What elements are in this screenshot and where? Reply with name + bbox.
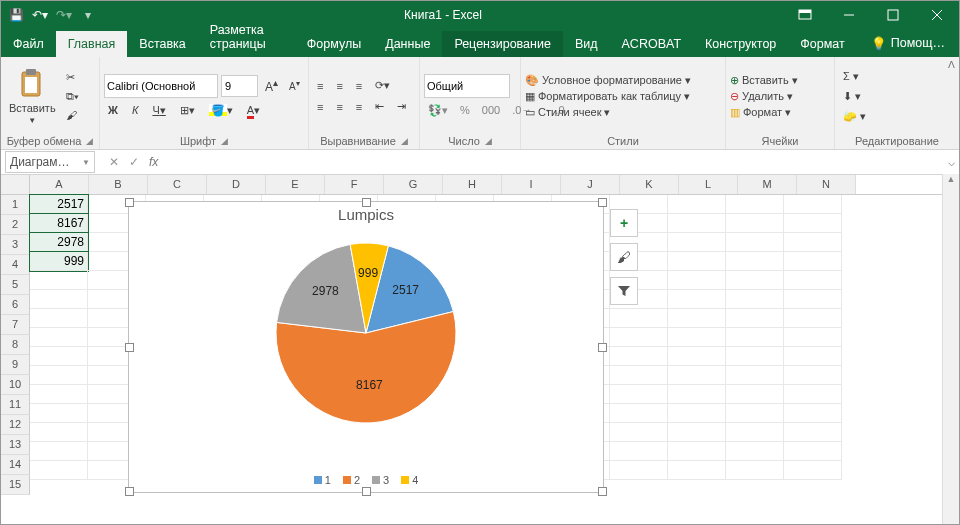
cell[interactable] bbox=[726, 271, 784, 290]
fill-color-icon[interactable]: 🪣▾ bbox=[205, 102, 237, 119]
cell[interactable] bbox=[726, 461, 784, 480]
cell[interactable] bbox=[668, 461, 726, 480]
cell[interactable] bbox=[610, 328, 668, 347]
row-header[interactable]: 10 bbox=[1, 375, 30, 395]
cell[interactable] bbox=[668, 214, 726, 233]
cell[interactable] bbox=[610, 366, 668, 385]
cut-icon[interactable]: ✂ bbox=[62, 69, 83, 86]
minimize-icon[interactable] bbox=[827, 1, 871, 29]
cell[interactable] bbox=[30, 347, 88, 366]
row-header[interactable]: 8 bbox=[1, 335, 30, 355]
name-box[interactable]: Диаграм…▼ bbox=[5, 151, 95, 173]
ribbon-options-icon[interactable] bbox=[783, 1, 827, 29]
underline-button[interactable]: Ч▾ bbox=[148, 102, 169, 119]
cell[interactable] bbox=[784, 347, 842, 366]
col-header[interactable]: K bbox=[620, 175, 679, 194]
cancel-icon[interactable]: ✕ bbox=[109, 155, 119, 169]
undo-icon[interactable]: ↶▾ bbox=[31, 8, 49, 22]
cell[interactable] bbox=[726, 214, 784, 233]
cell[interactable] bbox=[726, 328, 784, 347]
cell[interactable] bbox=[30, 404, 88, 423]
align-right-icon[interactable]: ≡ bbox=[352, 99, 366, 115]
format-as-table-button[interactable]: ▦ Форматировать как таблицу▾ bbox=[525, 90, 691, 103]
borders-icon[interactable]: ⊞▾ bbox=[176, 102, 199, 119]
cell[interactable] bbox=[668, 290, 726, 309]
tab-home[interactable]: Главная bbox=[56, 31, 128, 57]
cell[interactable] bbox=[726, 366, 784, 385]
cell[interactable] bbox=[726, 423, 784, 442]
clear-icon[interactable]: 🧽 ▾ bbox=[839, 108, 870, 125]
cell[interactable] bbox=[610, 404, 668, 423]
cell[interactable] bbox=[30, 442, 88, 461]
delete-cells-button[interactable]: ⊖ Удалить ▾ bbox=[730, 90, 798, 103]
fill-icon[interactable]: ⬇ ▾ bbox=[839, 88, 865, 105]
chart-filters-button[interactable] bbox=[610, 277, 638, 305]
row-header[interactable]: 1 bbox=[1, 195, 30, 215]
row-header[interactable]: 2 bbox=[1, 215, 30, 235]
cell[interactable] bbox=[668, 328, 726, 347]
align-center-icon[interactable]: ≡ bbox=[332, 99, 346, 115]
cell[interactable] bbox=[668, 195, 726, 214]
row-header[interactable]: 4 bbox=[1, 255, 30, 275]
cell[interactable] bbox=[610, 423, 668, 442]
cell[interactable] bbox=[726, 404, 784, 423]
insert-cells-button[interactable]: ⊕ Вставить ▾ bbox=[730, 74, 798, 87]
cell[interactable] bbox=[784, 385, 842, 404]
cell[interactable] bbox=[30, 423, 88, 442]
cell[interactable] bbox=[726, 442, 784, 461]
cell[interactable] bbox=[668, 385, 726, 404]
row-header[interactable]: 14 bbox=[1, 455, 30, 475]
row-header[interactable]: 3 bbox=[1, 235, 30, 255]
cell[interactable] bbox=[784, 290, 842, 309]
cell[interactable] bbox=[668, 309, 726, 328]
tab-acrobat[interactable]: ACROBAT bbox=[610, 31, 694, 57]
accounting-icon[interactable]: 💱▾ bbox=[424, 102, 452, 119]
col-header[interactable]: I bbox=[502, 175, 561, 194]
col-header[interactable]: L bbox=[679, 175, 738, 194]
col-header[interactable]: D bbox=[207, 175, 266, 194]
col-header[interactable]: J bbox=[561, 175, 620, 194]
cell[interactable] bbox=[784, 461, 842, 480]
chart-object[interactable]: Lumpics 251781672978999 1234 bbox=[128, 201, 604, 493]
orientation-icon[interactable]: ⟳▾ bbox=[371, 77, 394, 94]
autosum-icon[interactable]: Σ ▾ bbox=[839, 68, 863, 85]
select-all-corner[interactable] bbox=[1, 175, 30, 194]
enter-icon[interactable]: ✓ bbox=[129, 155, 139, 169]
cell[interactable] bbox=[30, 271, 88, 290]
row-header[interactable]: 11 bbox=[1, 395, 30, 415]
cell[interactable] bbox=[784, 404, 842, 423]
tab-file[interactable]: Файл bbox=[1, 31, 56, 57]
tab-design[interactable]: Конструктор bbox=[693, 31, 788, 57]
comma-icon[interactable]: 000 bbox=[478, 102, 504, 118]
save-icon[interactable]: 💾 bbox=[7, 8, 25, 22]
number-format-select[interactable] bbox=[424, 74, 510, 98]
cell[interactable] bbox=[30, 309, 88, 328]
font-color-icon[interactable]: A▾ bbox=[243, 102, 264, 119]
fx-icon[interactable]: fx bbox=[149, 155, 158, 169]
cell[interactable] bbox=[726, 233, 784, 252]
chart-elements-button[interactable]: + bbox=[610, 209, 638, 237]
cell[interactable] bbox=[610, 442, 668, 461]
tell-me[interactable]: 💡Помощ… bbox=[857, 29, 959, 57]
tab-data[interactable]: Данные bbox=[373, 31, 442, 57]
col-header[interactable]: C bbox=[148, 175, 207, 194]
cell[interactable] bbox=[726, 290, 784, 309]
chart-legend[interactable]: 1234 bbox=[129, 474, 603, 486]
format-cells-button[interactable]: ▥ Формат ▾ bbox=[730, 106, 798, 119]
cell[interactable] bbox=[726, 195, 784, 214]
cell[interactable] bbox=[668, 366, 726, 385]
collapse-ribbon-icon[interactable]: ᐱ bbox=[948, 59, 955, 70]
decrease-indent-icon[interactable]: ⇤ bbox=[371, 98, 388, 115]
decrease-font-icon[interactable]: A▾ bbox=[285, 76, 304, 94]
tab-pagelayout[interactable]: Разметка страницы bbox=[198, 17, 295, 57]
cell[interactable] bbox=[726, 309, 784, 328]
tab-formulas[interactable]: Формулы bbox=[295, 31, 373, 57]
col-header[interactable]: A bbox=[30, 175, 89, 194]
cell[interactable]: 2517 bbox=[30, 195, 88, 214]
vertical-scrollbar[interactable]: ▲ bbox=[942, 174, 959, 524]
tab-view[interactable]: Вид bbox=[563, 31, 610, 57]
cell[interactable] bbox=[610, 309, 668, 328]
cell[interactable] bbox=[610, 347, 668, 366]
dialog-launcher-icon[interactable]: ◢ bbox=[86, 134, 93, 148]
align-left-icon[interactable]: ≡ bbox=[313, 99, 327, 115]
